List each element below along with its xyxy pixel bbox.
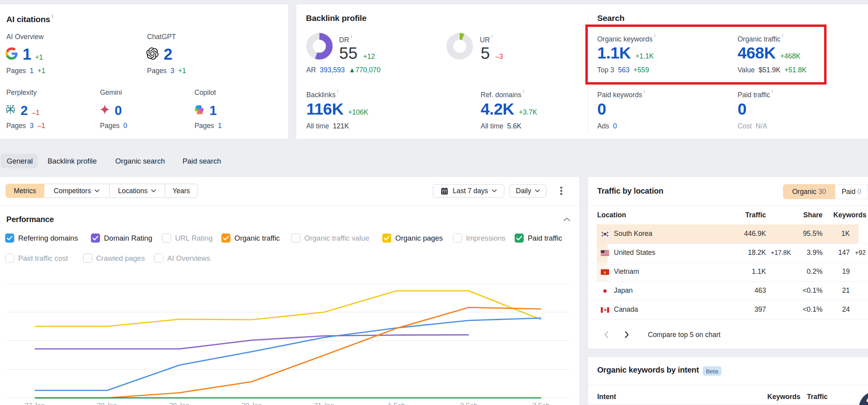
svg-text:3 Feb: 3 Feb	[532, 402, 549, 405]
svg-text:27 Jan: 27 Jan	[25, 402, 45, 405]
svg-text:2 Feb: 2 Feb	[460, 402, 477, 405]
svg-text:1 Feb: 1 Feb	[388, 402, 405, 405]
svg-text:29 Jan: 29 Jan	[169, 402, 189, 405]
svg-text:30 Jan: 30 Jan	[242, 402, 262, 405]
svg-text:28 Jan: 28 Jan	[97, 402, 117, 405]
svg-text:31 Jan: 31 Jan	[314, 402, 334, 405]
